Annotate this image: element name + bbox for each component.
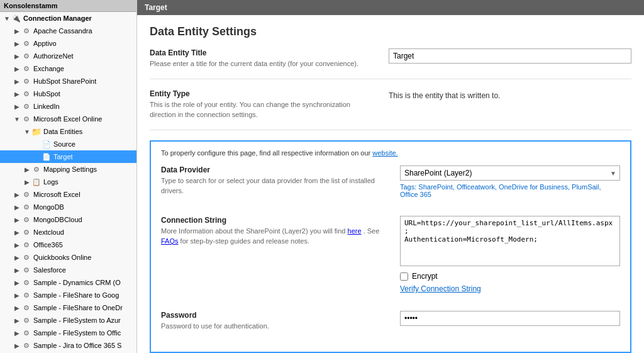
expand-icon: ▶: [23, 179, 31, 186]
password-control: [400, 311, 620, 326]
expand-icon: ▶: [13, 53, 21, 60]
item-label: Target: [53, 153, 73, 160]
sidebar-item-hubspot[interactable]: ▶ ⚙ HubSpot: [0, 87, 136, 100]
item-label: Logs: [43, 178, 58, 186]
logs-icon: 📋: [31, 177, 42, 187]
main-content: Data Entity Settings Data Entity Title P…: [137, 15, 644, 353]
data-entity-title-input[interactable]: [389, 48, 631, 64]
entity-type-value: This is the entity that is written to.: [389, 89, 631, 100]
sidebar-item-salesforce[interactable]: ▶ ⚙ Salesforce: [0, 264, 136, 276]
sidebar-item-fileshare-onedr[interactable]: ▶ ⚙ Sample - FileShare to OneDr: [0, 301, 136, 314]
sidebar-item-fileshare-goog[interactable]: ▶ ⚙ Sample - FileShare to Goog: [0, 289, 136, 301]
data-provider-row: Data Provider Type to search for or sele…: [161, 165, 620, 208]
conn-desc-part2: . See: [364, 227, 380, 235]
encrypt-checkbox[interactable]: [400, 272, 408, 281]
sidebar-item-source[interactable]: 📄 Data Entity Title Source: [0, 138, 136, 150]
data-provider-desc: Type to search for or select your data p…: [161, 176, 387, 196]
sidebar-item-apache-cassandra[interactable]: ▶ ⚙ Apache Cassandra: [0, 25, 136, 37]
sidebar-item-jira-office365[interactable]: ▶ ⚙ Sample - Jira to Office 365 S: [0, 339, 136, 352]
sidebar-item-mongodbcloud[interactable]: ▶ ⚙ MongoDBCloud: [0, 213, 136, 226]
connection-string-desc: More Information about the SharePoint (L…: [161, 227, 387, 246]
item-label: Sample - FileSystem to Offic: [33, 329, 121, 337]
data-provider-select[interactable]: SharePoint (Layer2): [400, 165, 620, 181]
connection-manager-item[interactable]: ▼ 🔌 Connection Manager: [0, 12, 136, 25]
item-label: Office365: [33, 241, 63, 249]
sidebar-item-ms-excel-online[interactable]: ▼ ⚙ Microsoft Excel Online: [0, 113, 136, 125]
sidebar-item-quickbooks[interactable]: ▶ ⚙ Quickbooks Online: [0, 251, 136, 264]
item-icon: ⚙: [21, 315, 31, 325]
sidebar-item-filesystem-offic[interactable]: ▶ ⚙ Sample - FileSystem to Offic: [0, 327, 136, 339]
expand-icon: ▶: [13, 330, 21, 337]
sidebar-item-mongodb[interactable]: ▶ ⚙ MongoDB: [0, 201, 136, 213]
conn-desc-part3: for step-by-step guides and release note…: [180, 237, 309, 245]
entity-type-label-col: Entity Type This is the role of your ent…: [150, 89, 389, 120]
expand-icon: ▶: [13, 216, 21, 223]
main-panel: Target Data Entity Settings Data Entity …: [137, 0, 644, 353]
item-icon: ⚙: [21, 303, 31, 313]
expand-icon: ▶: [13, 305, 21, 311]
folder-icon: 📁: [31, 126, 42, 137]
item-label: MongoDB: [33, 203, 64, 211]
expand-icon: ▶: [13, 279, 21, 286]
sidebar: Konsolenstamm ▼ 🔌 Connection Manager ▶ ⚙…: [0, 0, 137, 353]
item-icon: ⚙: [21, 64, 31, 74]
item-label: Sample - FileSystem to Azur: [33, 317, 121, 324]
item-label: Source: [53, 140, 75, 148]
sidebar-item-ms-excel[interactable]: ▶ ⚙ Microsoft Excel: [0, 188, 136, 201]
item-icon: ⚙: [21, 265, 31, 275]
connection-string-textarea[interactable]: URL=https://your_sharepoint_list_url/All…: [400, 216, 620, 266]
item-icon: ⚙: [21, 227, 31, 237]
faqs-link[interactable]: FAQs: [161, 237, 179, 245]
expand-icon: ▶: [13, 103, 21, 110]
password-input[interactable]: [400, 311, 620, 326]
item-icon: ⚙: [21, 189, 31, 199]
sidebar-item-exchange[interactable]: ▶ ⚙ Exchange: [0, 62, 136, 75]
expand-icon: ▶: [13, 254, 21, 261]
expand-icon: ▶: [13, 317, 21, 324]
expand-icon: [33, 154, 42, 160]
item-label: Microsoft Excel: [33, 191, 80, 198]
expand-icon: [33, 141, 42, 148]
item-label: Data Entities: [43, 128, 82, 135]
conn-desc-part1: More Information about the SharePoint (L…: [161, 227, 348, 235]
connection-manager-icon: 🔌: [11, 13, 21, 23]
sidebar-item-mapping-settings[interactable]: ▶ ⚙ Mapping Settings: [0, 163, 136, 176]
data-entity-title-row: Data Entity Title Please enter a title f…: [150, 48, 631, 79]
item-label: Sample - FileShare to OneDr: [33, 304, 123, 311]
item-icon: ⚙: [21, 277, 31, 288]
verify-connection-link[interactable]: Verify Connection String: [400, 284, 620, 293]
item-icon: ⚙: [21, 26, 31, 36]
data-provider-control: SharePoint (Layer2) ▼ Tags: SharePoint, …: [400, 165, 620, 198]
sidebar-item-filesystem-azur[interactable]: ▶ ⚙ Sample - FileSystem to Azur: [0, 314, 136, 327]
item-icon: ⚙: [21, 51, 31, 61]
expand-icon: ▶: [13, 191, 21, 198]
sidebar-item-nextcloud[interactable]: ▶ ⚙ Nextcloud: [0, 226, 136, 238]
item-label: Salesforce: [33, 266, 66, 274]
here-link[interactable]: here: [348, 227, 362, 235]
expand-icon: ▶: [13, 292, 21, 299]
item-icon: ⚙: [21, 340, 31, 350]
item-label: MongoDBCloud: [33, 216, 82, 223]
sidebar-item-dynamics-crm[interactable]: ▶ ⚙ Sample - Dynamics CRM (O: [0, 276, 136, 289]
sidebar-item-logs[interactable]: ▶ 📋 Logs: [0, 176, 136, 188]
sidebar-item-apptivo[interactable]: ▶ ⚙ Apptivo: [0, 37, 136, 50]
sidebar-item-authorizenet[interactable]: ▶ ⚙ AuthorizeNet: [0, 50, 136, 62]
expand-icon: ▼: [13, 116, 21, 123]
expand-icon: ▶: [13, 40, 21, 47]
mapping-icon: ⚙: [31, 164, 42, 174]
item-label: Sample - Dynamics CRM (O: [33, 279, 121, 286]
entity-type-desc: This is the role of your entity. You can…: [150, 100, 376, 120]
item-icon: ⚙: [21, 38, 31, 48]
sidebar-item-target[interactable]: 📄 Target: [0, 150, 136, 163]
sidebar-item-linkedin[interactable]: ▶ ⚙ LinkedIn: [0, 100, 136, 113]
website-link[interactable]: website.: [372, 149, 397, 157]
sidebar-item-office365[interactable]: ▶ ⚙ Office365: [0, 238, 136, 251]
sidebar-item-data-entities[interactable]: ▼ 📁 Data Entities: [0, 125, 136, 138]
conn-manager-expand: ▼: [3, 15, 11, 22]
item-label: Microsoft Excel Online: [33, 115, 102, 123]
expand-icon: ▶: [13, 267, 21, 274]
data-provider-label: Data Provider: [161, 165, 387, 174]
sidebar-item-hubspot-sharepoint[interactable]: ▶ ⚙ HubSpot SharePoint: [0, 75, 136, 87]
expand-icon: ▶: [13, 229, 21, 236]
entity-type-control: This is the entity that is written to.: [389, 89, 631, 100]
